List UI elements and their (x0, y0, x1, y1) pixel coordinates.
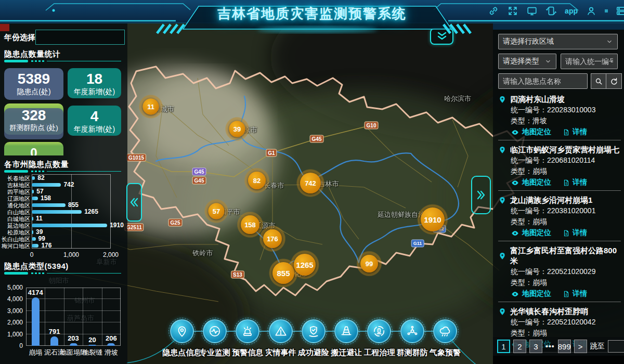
menu-button-label: 灾情事件 (265, 348, 296, 358)
menu-button[interactable]: 气象预警 (428, 316, 461, 364)
link-icon[interactable] (488, 5, 499, 17)
collapse-left-button[interactable] (126, 183, 142, 222)
menu-button[interactable]: 工程治理 (363, 316, 396, 364)
cone-icon (334, 319, 358, 343)
x-axis-tick: 2,000 (103, 251, 119, 258)
menu-button[interactable]: 群测群防 (396, 316, 428, 364)
stat-card-new2: 4 年度新增(处) (68, 106, 121, 136)
code-input-wrap (561, 54, 618, 69)
bar (32, 197, 38, 200)
hazard-code: 统一编号：220681020114 (498, 155, 621, 166)
siren-icon (236, 319, 259, 343)
document-icon (563, 128, 570, 136)
x-axis-tick: 0 (30, 251, 34, 258)
location-pin-icon (498, 146, 506, 154)
hazard-links: 地图定位详情 (498, 289, 621, 298)
hazard-name: 富江乡富民村至富强村公路800米 (498, 245, 621, 266)
pulse-icon (203, 319, 227, 343)
bar-value-label: 1265 (84, 208, 98, 215)
hazard-list-item: 富江乡富民村至富强村公路800米统一编号：220521020029类型：崩塌地图… (498, 241, 621, 302)
region-select-value: 请选择行政区域 (503, 37, 554, 46)
page-button-2[interactable]: 2 (513, 340, 526, 353)
status-dot (605, 9, 608, 12)
chevron-double-right-icon (476, 189, 486, 201)
hazard-links: 地图定位详情 (498, 127, 621, 137)
menu-button[interactable]: 搬迁避让 (330, 316, 362, 364)
hazard-code: 统一编号：220521020029 (498, 266, 621, 277)
eye-icon (511, 179, 519, 187)
detail-link[interactable]: 详情 (563, 127, 587, 137)
next-page-button[interactable]: > (574, 340, 587, 353)
hazard-list-item: 龙山满族乡沿河村崩塌1统一编号：220381020001类型：崩塌地图定位详情 (498, 190, 621, 241)
code-input[interactable] (565, 57, 613, 66)
menu-button-label: 隐患点信息 (162, 348, 201, 358)
detail-link[interactable]: 详情 (563, 289, 587, 298)
app-link[interactable]: app (565, 7, 578, 15)
bar (32, 230, 33, 234)
menu-button[interactable]: 专业监测 (198, 316, 231, 364)
hazard-type: 类型：滑坡 (498, 115, 621, 126)
bar-value-label: 1910 (110, 222, 124, 229)
bar-value-label: 82 (37, 174, 44, 181)
location-pin-icon (498, 307, 506, 316)
refresh-button[interactable] (606, 73, 622, 89)
bar (88, 345, 96, 346)
location-pin-icon (498, 252, 506, 260)
region-select[interactable]: 请选择行政区域 (498, 34, 618, 49)
bar (107, 343, 115, 346)
panel-corner-decoration (0, 24, 9, 31)
menu-button[interactable]: 成功避险 (297, 316, 330, 364)
rotate-device-icon[interactable] (545, 5, 557, 17)
map-locate-link[interactable]: 地图定位 (511, 228, 551, 238)
hazard-name: 龙山满族乡沿河村崩塌1 (498, 195, 621, 205)
bottom-strip (493, 356, 624, 364)
hazard-list: 四滴村东山滑坡统一编号：220283010003类型：滑坡地图定位详情临江市蚂蚁… (498, 90, 621, 364)
map-locate-link[interactable]: 地图定位 (511, 178, 551, 187)
user-icon[interactable] (586, 5, 597, 17)
map-locate-link[interactable]: 地图定位 (511, 127, 551, 137)
page-button-3[interactable]: 3 (529, 340, 542, 353)
menu-button[interactable]: 隐患点信息 (165, 316, 198, 364)
eye-icon (511, 290, 519, 298)
collapse-panel-button[interactable] (430, 28, 453, 45)
bar-value-label: 4174 (22, 289, 48, 296)
map-locate-link[interactable]: 地图定位 (511, 289, 551, 298)
monitor-icon[interactable] (526, 5, 538, 17)
page-button-1[interactable]: 1 (497, 340, 510, 353)
pagination: 1 2 3 ••• 899 > 跳至 页 (493, 337, 624, 356)
detail-link[interactable]: 详情 (563, 178, 587, 187)
bar-value-label: 39 (36, 228, 43, 236)
search-button[interactable] (591, 73, 606, 89)
y-axis-tick: 5,000 (0, 284, 23, 291)
menu-button[interactable]: 预警信息 (231, 316, 264, 364)
detail-link[interactable]: 详情 (563, 228, 587, 238)
menu-button-label: 群测群防 (397, 348, 428, 358)
bar-value-label: 206 (98, 334, 124, 342)
y-axis-tick: 4,000 (0, 295, 23, 303)
menu-button-label: 搬迁避让 (331, 348, 362, 358)
chevron-down-icon (544, 58, 552, 65)
hazard-type: 类型：崩塌 (498, 277, 621, 288)
type-select[interactable]: 请选择类型 (498, 54, 556, 69)
server-icon[interactable] (616, 5, 624, 17)
fullscreen-icon[interactable] (507, 5, 518, 17)
menu-button[interactable]: 灾情事件 (264, 316, 297, 364)
stat-card-new: 18 年度新增(处) (68, 68, 121, 98)
hazard-type: 类型：崩塌 (498, 166, 621, 177)
y-axis-tick: 1,000 (0, 331, 23, 338)
menu-button-label: 专业监测 (199, 348, 230, 358)
year-input[interactable] (35, 30, 125, 45)
name-input[interactable] (503, 77, 583, 85)
type-chart-title: 隐患点类型(5394) (4, 262, 69, 271)
jump-page-input[interactable] (608, 340, 624, 353)
bar-value-label: 176 (41, 242, 51, 249)
page-button-last[interactable]: 899 (558, 340, 571, 353)
hazard-type: 类型：崩塌 (498, 216, 621, 227)
header: 吉林省地质灾害监测预警系统 app (0, 0, 624, 23)
hazard-code: 统一编号：220283010003 (498, 105, 621, 115)
right-panel: 请选择行政区域 请选择类型 四滴村东山滑坡统一编号：2202 (493, 23, 624, 364)
collapse-right-button[interactable] (471, 176, 491, 214)
hazard-code: 统一编号：220381020001 (498, 205, 621, 216)
bar (32, 190, 34, 193)
bar (50, 336, 58, 346)
